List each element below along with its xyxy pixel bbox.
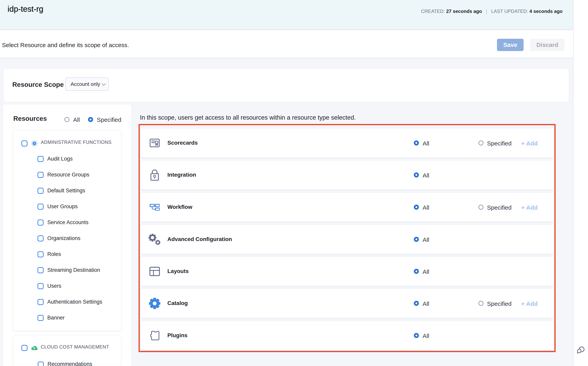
svg-text:$: $: [33, 346, 35, 350]
